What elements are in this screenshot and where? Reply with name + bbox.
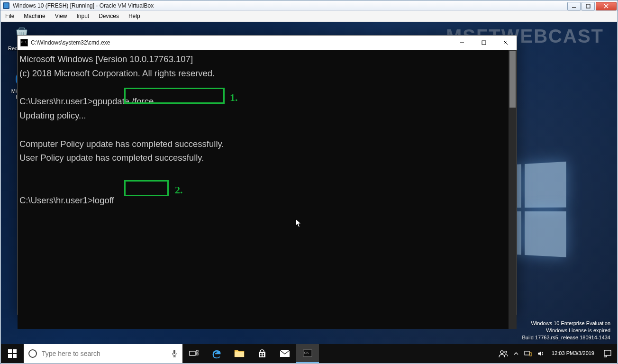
clock-date: 3/3/2019: [574, 350, 594, 356]
cmd-output[interactable]: Microsoft Windows [Version 10.0.17763.10…: [18, 50, 509, 329]
cmd-minimize-button[interactable]: [451, 36, 473, 50]
vb-close-button[interactable]: [596, 2, 617, 10]
action-center-button[interactable]: [598, 344, 617, 363]
annotation-label-2: 2.: [175, 182, 183, 198]
svg-text:C:\: C:\: [304, 351, 309, 355]
svg-rect-22: [196, 353, 198, 355]
taskbar-clock[interactable]: 12:03 PM 3/3/2019: [548, 344, 598, 363]
tray-network-icon[interactable]: [521, 344, 535, 363]
vb-title: Windows 10 (FRESH) [Running] - Oracle VM…: [12, 2, 567, 9]
menu-help[interactable]: Help: [124, 12, 145, 20]
cmd-line-5: Updating policy...: [19, 110, 86, 120]
cmd-line-4-cmd: gpupdate /force: [93, 96, 154, 106]
vb-menubar: File Machine View Input Devices Help: [0, 11, 618, 21]
menu-view[interactable]: View: [50, 12, 72, 20]
svg-rect-23: [235, 352, 244, 357]
mic-icon[interactable]: [171, 349, 178, 358]
annotation-label-1: 1.: [230, 90, 238, 105]
eval-line2: Windows License is expired: [522, 327, 610, 334]
cmd-client-area: Microsoft Windows [Version 10.0.17763.10…: [18, 50, 517, 329]
vb-maximize-button[interactable]: [582, 2, 595, 10]
svg-rect-3: [586, 4, 590, 8]
cmd-title: C:\Windows\system32\cmd.exe: [31, 39, 451, 46]
cmd-line-11-prompt: C:\Users\hr.user1>: [19, 195, 93, 205]
cmd-maximize-button[interactable]: [473, 36, 495, 50]
taskbar-cmd-button[interactable]: C:\: [296, 344, 319, 363]
mouse-cursor-icon: [295, 192, 302, 201]
svg-rect-13: [8, 349, 12, 353]
taskbar-mail-button[interactable]: [273, 344, 296, 363]
svg-rect-16: [13, 354, 17, 358]
menu-devices[interactable]: Devices: [94, 12, 124, 20]
virtualbox-window: Windows 10 (FRESH) [Running] - Oracle VM…: [0, 0, 618, 364]
cmd-titlebar[interactable]: C:\Windows\system32\cmd.exe: [18, 36, 517, 50]
taskbar-explorer-button[interactable]: [228, 344, 251, 363]
eval-line3: Build 17763.rs5_release.180914-1434: [522, 334, 610, 341]
start-button[interactable]: [1, 344, 24, 363]
menu-input[interactable]: Input: [72, 12, 94, 20]
vb-minimize-button[interactable]: [567, 2, 581, 10]
annotation-box-2: [124, 180, 169, 196]
svg-rect-14: [13, 349, 17, 353]
taskbar-edge-button[interactable]: [205, 344, 228, 363]
svg-rect-25: [263, 353, 264, 355]
cmd-line-11-cmd: logoff: [93, 195, 114, 205]
svg-rect-27: [263, 355, 264, 356]
svg-rect-33: [525, 351, 529, 355]
svg-rect-24: [260, 353, 262, 355]
virtualbox-icon: [2, 2, 10, 9]
guest-desktop: MSFTWEBCAST Recycle Bin Microsoft Edge W…: [1, 22, 617, 363]
svg-rect-35: [604, 350, 611, 355]
svg-rect-1: [4, 3, 9, 8]
vb-titlebar[interactable]: Windows 10 (FRESH) [Running] - Oracle VM…: [0, 0, 618, 11]
menu-file[interactable]: File: [0, 12, 19, 20]
cmd-icon: [20, 39, 28, 46]
svg-point-31: [500, 351, 503, 354]
taskbar-search[interactable]: [24, 344, 182, 363]
menu-machine[interactable]: Machine: [19, 12, 50, 20]
taskbar: C:\ 12:03 PM 3/3/2019: [1, 344, 617, 363]
evaluation-watermark: Windows 10 Enterprise Evaluation Windows…: [522, 320, 610, 341]
cortana-icon: [28, 349, 37, 358]
taskbar-store-button[interactable]: [251, 344, 273, 363]
cmd-line-4-prompt: C:\Users\hr.user1>: [19, 96, 93, 106]
svg-rect-20: [190, 351, 195, 355]
clock-time: 12:03 PM: [552, 350, 574, 356]
cmd-line-7: Computer Policy update has completed suc…: [19, 139, 224, 149]
svg-rect-34: [530, 353, 531, 356]
svg-rect-15: [8, 354, 12, 358]
cmd-line-1: Microsoft Windows [Version 10.0.17763.10…: [19, 54, 193, 64]
people-button[interactable]: [496, 344, 511, 363]
cmd-scrollbar[interactable]: [509, 50, 517, 329]
svg-point-32: [505, 351, 507, 353]
svg-rect-21: [196, 350, 198, 352]
svg-rect-10: [482, 41, 486, 45]
search-input[interactable]: [42, 350, 171, 357]
eval-line1: Windows 10 Enterprise Evaluation: [522, 320, 610, 327]
cmd-window[interactable]: C:\Windows\system32\cmd.exe Microsoft Wi…: [17, 35, 517, 315]
svg-rect-17: [173, 350, 175, 354]
task-view-button[interactable]: [182, 344, 205, 363]
cmd-line-8: User Policy update has completed success…: [19, 153, 204, 163]
cmd-close-button[interactable]: [495, 36, 517, 50]
tray-overflow-button[interactable]: [511, 344, 521, 363]
system-tray: 12:03 PM 3/3/2019: [496, 344, 617, 363]
cmd-scrollbar-thumb[interactable]: [509, 51, 516, 108]
svg-rect-26: [260, 355, 262, 356]
tray-volume-icon[interactable]: [535, 344, 548, 363]
cmd-line-2: (c) 2018 Microsoft Corporation. All righ…: [19, 68, 215, 78]
